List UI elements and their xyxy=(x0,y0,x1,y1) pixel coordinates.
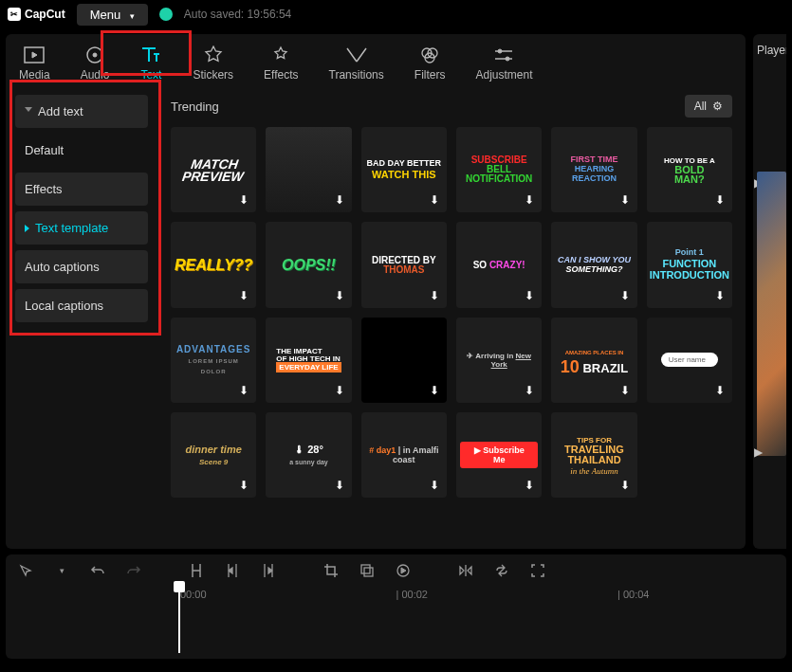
download-icon[interactable]: ⬇ xyxy=(711,382,728,399)
tab-label: Effects xyxy=(264,68,298,82)
template-grid: MATCHPREVIEW⬇ ⬇ BAD DAY BETTERWATCH THIS… xyxy=(171,127,732,498)
template-card[interactable]: REALLY??⬇ xyxy=(171,222,256,307)
template-card[interactable]: ✈ Arriving in New York⬇ xyxy=(456,318,542,403)
playhead[interactable] xyxy=(178,587,180,653)
tab-filters[interactable]: Filters xyxy=(413,42,448,85)
download-icon[interactable]: ⬇ xyxy=(331,382,348,399)
download-icon[interactable]: ⬇ xyxy=(426,477,443,494)
template-card[interactable]: CAN I SHOW YOUSOMETHING?⬇ xyxy=(551,222,636,307)
all-label: All xyxy=(694,100,707,113)
tab-audio[interactable]: Audio xyxy=(79,42,112,85)
select-dropdown[interactable]: ▾ xyxy=(53,562,70,579)
sidebar-item-auto-captions[interactable]: Auto captions xyxy=(15,250,148,283)
template-card[interactable]: ▶ Subscribe Me⬇ xyxy=(456,412,542,498)
download-icon[interactable]: ⬇ xyxy=(521,191,538,209)
download-icon[interactable]: ⬇ xyxy=(331,287,348,304)
select-tool[interactable] xyxy=(17,562,34,579)
download-icon[interactable]: ⬇ xyxy=(426,191,443,209)
time-mark: 00:04 xyxy=(623,589,650,600)
split-tool[interactable] xyxy=(188,562,205,579)
sidebar-item-local-captions[interactable]: Local captions xyxy=(15,289,148,322)
template-card[interactable]: OOPS!!⬇ xyxy=(266,222,351,307)
template-card[interactable]: ⬇ xyxy=(361,318,447,403)
tab-label: Filters xyxy=(414,68,446,82)
caret-down-icon xyxy=(25,107,32,116)
tab-stickers[interactable]: Stickers xyxy=(191,42,235,85)
template-card[interactable]: 🌡 28°a sunny day⬇ xyxy=(266,412,351,498)
chevron-down-icon: ▾ xyxy=(130,11,135,21)
template-card[interactable]: Point 1FUNCTIONINTRODUCTION⬇ xyxy=(647,222,732,307)
template-card[interactable]: ⬇ xyxy=(266,127,351,212)
template-card[interactable]: ADVANTAGESLOREM IPSUM DOLOR⬇ xyxy=(171,318,256,403)
template-card[interactable]: dinner timeScene 9⬇ xyxy=(171,412,256,498)
filter-all-button[interactable]: All⚙ xyxy=(685,95,732,118)
svg-rect-8 xyxy=(361,565,370,573)
template-card[interactable]: SO CRAZY!⬇ xyxy=(456,222,542,307)
mirror-tool[interactable] xyxy=(457,562,474,579)
template-card[interactable]: THE IMPACTOF HIGH TECH INEVERYDAY LIFE⬇ xyxy=(266,318,351,403)
sidebar-item-text-template[interactable]: Text template xyxy=(15,211,148,245)
download-icon[interactable]: ⬇ xyxy=(235,287,252,304)
filter-icon: ⚙ xyxy=(712,100,723,113)
download-icon[interactable]: ⬇ xyxy=(235,191,252,209)
tab-media[interactable]: Media xyxy=(17,42,52,85)
sidebar-label: Add text xyxy=(38,104,83,118)
sidebar-item-effects[interactable]: Effects xyxy=(15,173,148,206)
template-card[interactable]: DIRECTED BYTHOMAS⬇ xyxy=(361,222,447,307)
speed-tool[interactable] xyxy=(395,562,412,579)
crop-tool[interactable] xyxy=(322,562,340,579)
template-card[interactable]: SUBSCRIBEBELL NOTIFICATION⬇ xyxy=(456,127,542,212)
copy-tool[interactable] xyxy=(359,562,376,579)
tab-transitions[interactable]: Transitions xyxy=(327,42,386,85)
download-icon[interactable]: ⬇ xyxy=(235,477,252,494)
timeline-track[interactable]: 00:00 | 00:02 | 00:04 xyxy=(17,589,775,645)
library-panel: Media Audio Text Stickers Effects Transi… xyxy=(6,34,746,549)
crop-frame-tool[interactable] xyxy=(529,562,546,579)
undo-button[interactable] xyxy=(89,562,106,579)
tab-effects[interactable]: Effects xyxy=(262,42,300,85)
audio-icon xyxy=(83,45,106,64)
tab-text[interactable]: Text xyxy=(138,42,164,85)
template-card[interactable]: MATCHPREVIEW⬇ xyxy=(171,127,256,212)
library-tabs: Media Audio Text Stickers Effects Transi… xyxy=(6,34,746,85)
menu-button[interactable]: Menu ▾ xyxy=(77,4,148,26)
tab-label: Text xyxy=(140,68,161,82)
template-card[interactable]: # day1 | in Amalfi coast⬇ xyxy=(361,412,447,498)
download-icon[interactable]: ⬇ xyxy=(521,287,538,304)
download-icon[interactable]: ⬇ xyxy=(331,191,348,209)
template-card[interactable]: TIPS FORTRAVELINGTHAILANDin the Autumn⬇ xyxy=(551,412,636,498)
sidebar-label: Effects xyxy=(25,182,63,196)
player-handle-bottom[interactable]: ▶ xyxy=(753,444,763,461)
tab-adjustment[interactable]: Adjustment xyxy=(473,42,534,85)
download-icon[interactable]: ⬇ xyxy=(617,287,634,304)
download-icon[interactable]: ⬇ xyxy=(617,477,634,494)
tab-label: Audio xyxy=(81,68,110,82)
download-icon[interactable]: ⬇ xyxy=(711,287,728,304)
sidebar-item-add-text[interactable]: Add text xyxy=(15,95,148,128)
rotate-tool[interactable] xyxy=(493,562,510,579)
redo-button[interactable] xyxy=(125,562,142,579)
cloud-sync-icon xyxy=(159,8,173,21)
trim-left-tool[interactable] xyxy=(224,562,241,579)
template-card[interactable]: BAD DAY BETTERWATCH THIS⬇ xyxy=(361,127,447,212)
filters-icon xyxy=(418,45,441,64)
template-card[interactable]: User name⬇ xyxy=(647,318,732,403)
download-icon[interactable]: ⬇ xyxy=(426,382,443,399)
download-icon[interactable]: ⬇ xyxy=(331,477,348,494)
svg-rect-9 xyxy=(364,568,373,576)
template-grid-area: Trending All⚙ MATCHPREVIEW⬇ ⬇ BAD DAY BE… xyxy=(157,85,746,549)
svg-point-2 xyxy=(93,53,97,57)
download-icon[interactable]: ⬇ xyxy=(617,191,634,209)
download-icon[interactable]: ⬇ xyxy=(617,382,634,399)
template-card[interactable]: AMAZING PLACES IN10 BRAZIL⬇ xyxy=(551,318,636,403)
menu-label: Menu xyxy=(90,8,121,22)
download-icon[interactable]: ⬇ xyxy=(426,287,443,304)
trim-right-tool[interactable] xyxy=(260,562,277,579)
download-icon[interactable]: ⬇ xyxy=(711,191,728,209)
download-icon[interactable]: ⬇ xyxy=(235,382,252,399)
download-icon[interactable]: ⬇ xyxy=(521,382,538,399)
download-icon[interactable]: ⬇ xyxy=(521,477,538,494)
sidebar-item-default[interactable]: Default xyxy=(15,134,148,167)
template-card[interactable]: HOW TO BE ABOLDMAN?⬇ xyxy=(647,127,732,212)
template-card[interactable]: FIRST TIMEHEARING REACTION⬇ xyxy=(551,127,636,212)
